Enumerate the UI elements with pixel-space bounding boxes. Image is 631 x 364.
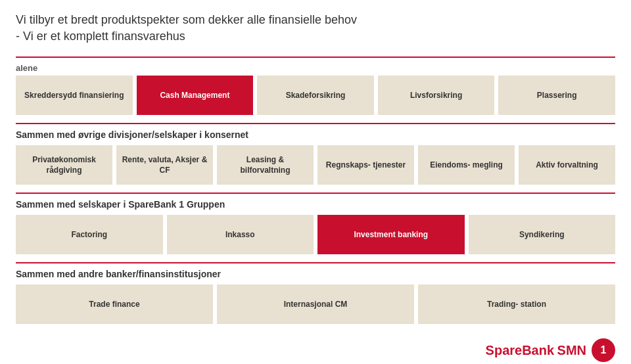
card-item: Investment banking — [317, 215, 465, 254]
alone-section: alene Skreddersydd finansieringCash Mana… — [16, 63, 615, 115]
together-group-header: Sammen med øvrige divisjoner/selskaper i… — [16, 129, 615, 140]
alone-label: alene — [16, 63, 615, 73]
top-divider — [16, 57, 615, 58]
alone-cards-row: Skreddersydd finansieringCash Management… — [16, 76, 615, 115]
divider-1 — [16, 123, 615, 124]
card-item: Plassering — [498, 76, 615, 115]
logo-smn: SMN — [557, 343, 586, 357]
logo-text: SpareBank SMN — [486, 343, 586, 358]
divider-3 — [16, 262, 615, 263]
card-item: Syndikering — [469, 215, 616, 254]
divider-2 — [16, 193, 615, 194]
together-group-section: Sammen med øvrige divisjoner/selskaper i… — [16, 129, 615, 185]
card-item: Cash Management — [137, 76, 254, 115]
card-item: Eiendoms- megling — [418, 145, 515, 185]
banks-cards-row: Trade financeInternasjonal CMTrading- st… — [16, 284, 615, 324]
card-item: Aktiv forvaltning — [519, 145, 615, 185]
banks-group-header: Sammen med andre banker/finansinstitusjo… — [16, 269, 615, 279]
card-item: Trade finance — [16, 284, 213, 324]
card-item: Factoring — [16, 215, 163, 254]
logo-circle: 1 — [592, 338, 615, 362]
together-cards-row: Privatøkonomisk rådgivingRente, valuta, … — [16, 145, 615, 185]
card-item: Skadeforsikring — [257, 76, 374, 115]
card-item: Regnskaps- tjenester — [317, 145, 414, 185]
card-item: Internasjonal CM — [217, 284, 414, 324]
logo-area: SpareBank SMN 1 — [486, 338, 615, 362]
card-item: Livsforsikring — [378, 76, 495, 115]
card-item: Leasing & bilforvaltning — [217, 145, 314, 185]
banks-group-section: Sammen med andre banker/finansinstitusjo… — [16, 269, 615, 324]
card-item: Privatøkonomisk rådgiving — [16, 145, 112, 185]
card-item: Inkasso — [167, 215, 314, 254]
sparebank-cards-row: FactoringInkassoInvestment bankingSyndik… — [16, 215, 615, 254]
sparebank-group-header: Sammen med selskaper i SpareBank 1 Grupp… — [16, 199, 615, 210]
sparebank-group-section: Sammen med selskaper i SpareBank 1 Grupp… — [16, 199, 615, 254]
card-item: Skreddersydd finansiering — [16, 76, 133, 115]
card-item: Rente, valuta, Aksjer & CF — [116, 145, 213, 185]
card-item: Trading- station — [418, 284, 615, 324]
main-title: Vi tilbyr et bredt produktspekter som de… — [16, 12, 615, 45]
logo-sparebank: SpareBank — [486, 343, 555, 357]
